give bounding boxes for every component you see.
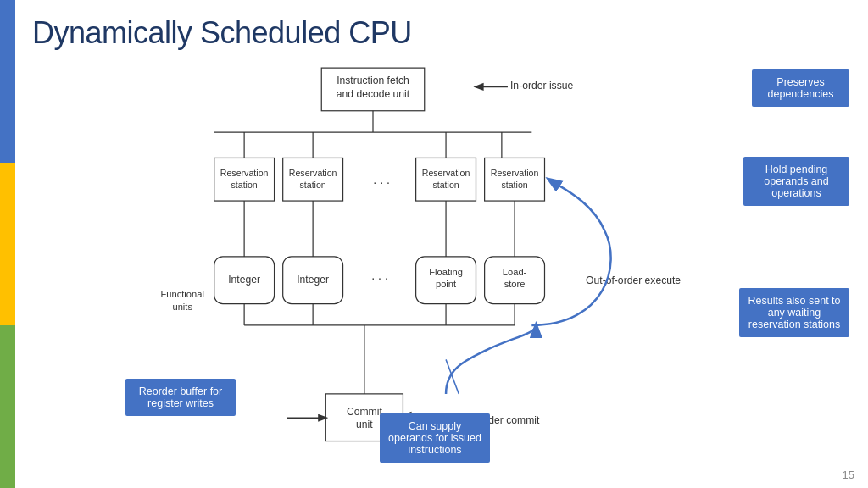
info-box-hold: Hold pending operands and operations — [743, 157, 849, 206]
svg-text:station: station — [231, 180, 257, 190]
info-box-supply: Can supply operands for issued instructi… — [380, 413, 490, 463]
svg-text:Load-: Load- — [503, 267, 527, 277]
svg-text:unit: unit — [356, 419, 373, 430]
page-title: Dynamically Scheduled CPU — [15, 0, 868, 51]
svg-text:station: station — [299, 180, 326, 190]
svg-text:station: station — [501, 180, 527, 190]
svg-text:Reservation: Reservation — [289, 168, 337, 178]
svg-text:· · ·: · · · — [371, 271, 388, 285]
bar-blue — [0, 0, 15, 163]
svg-text:Integer: Integer — [297, 274, 329, 286]
svg-text:In-order issue: In-order issue — [510, 80, 573, 92]
svg-text:units: units — [172, 302, 192, 312]
svg-text:· · ·: · · · — [373, 175, 390, 189]
svg-text:store: store — [504, 279, 526, 289]
svg-text:station: station — [432, 180, 459, 190]
svg-text:and decode unit: and decode unit — [337, 88, 410, 100]
svg-text:Integer: Integer — [228, 274, 260, 286]
side-bars — [0, 0, 15, 488]
info-box-results: Results also sent to any waiting reserva… — [739, 288, 849, 337]
info-box-preserves: Preserves dependencies — [752, 69, 849, 107]
svg-line-54 — [446, 359, 459, 394]
bar-gold — [0, 163, 15, 325]
svg-text:Out-of-order execute: Out-of-order execute — [586, 274, 681, 286]
svg-text:point: point — [436, 279, 457, 289]
svg-text:Functional: Functional — [161, 289, 204, 299]
bar-green — [0, 325, 15, 488]
svg-text:Reservation: Reservation — [220, 168, 269, 178]
info-box-reorder: Reorder buffer for register writes — [125, 379, 236, 416]
page-number: 15 — [843, 469, 854, 481]
svg-text:Commit: Commit — [347, 406, 382, 418]
svg-text:Reservation: Reservation — [491, 168, 539, 178]
svg-text:Reservation: Reservation — [422, 168, 470, 178]
svg-text:Instruction fetch: Instruction fetch — [337, 75, 409, 86]
svg-text:Floating: Floating — [429, 267, 463, 277]
